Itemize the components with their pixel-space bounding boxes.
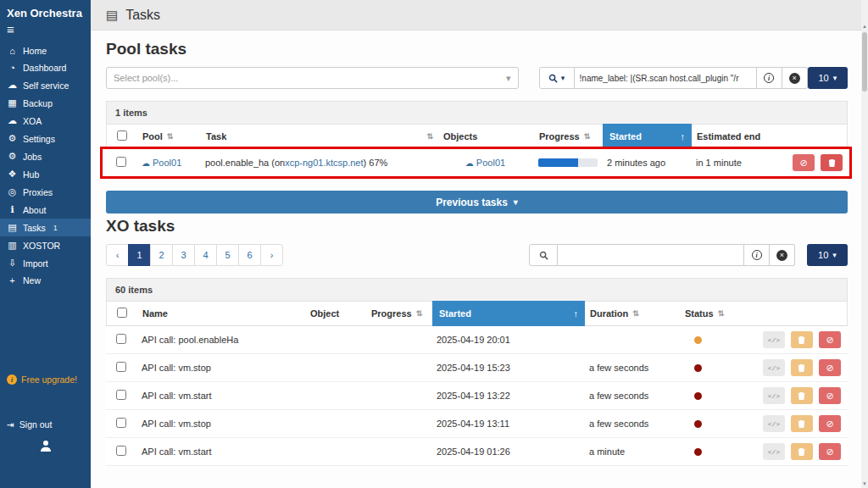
previous-tasks-label: Previous tasks [436, 197, 508, 208]
duration-cell: a few seconds [584, 419, 679, 429]
cancel-task-button[interactable]: ⊘ [819, 387, 841, 404]
column-header-progress[interactable]: Progress ⇅ [534, 131, 603, 141]
xo-tasks-page-size-button[interactable]: 10 ▾ [807, 244, 848, 266]
column-label: Progress [539, 131, 580, 141]
chevron-down-icon: ▾ [561, 74, 565, 82]
pool-tasks-filter-row: Select pool(s)... ▾ ▾ i × 10 ▾ [106, 67, 848, 89]
delete-task-log-button[interactable] [791, 443, 813, 460]
page-size-value: 10 [818, 250, 828, 260]
show-api-call-button[interactable]: </> [763, 359, 785, 376]
sidebar-item-import[interactable]: ⇩ Import [0, 254, 91, 272]
trash-icon [798, 419, 805, 428]
sidebar-item-home[interactable]: ⌂ Home [0, 42, 91, 59]
pagination-next[interactable]: › [260, 244, 283, 266]
pool-link[interactable]: ☁Pool01 [142, 158, 181, 168]
scroll-up-icon[interactable]: ▲ [861, 24, 868, 29]
column-header-started[interactable]: Started ↑ [603, 124, 692, 149]
scroll-down-icon[interactable]: ▼ [861, 481, 868, 486]
column-header-status[interactable]: Status ⇅ [680, 308, 748, 319]
sidebar-item-hub[interactable]: ❖ Hub [0, 165, 91, 183]
sidebar-item-proxies[interactable]: ◎ Proxies [0, 183, 91, 201]
sidebar-item-dashboard[interactable]: ◔ Dashboard [0, 59, 91, 76]
sidebar-item-tasks[interactable]: ▤ Tasks 1 [0, 219, 91, 236]
pagination-page-2[interactable]: 2 [150, 244, 173, 266]
clear-filter-button[interactable]: × [782, 67, 808, 89]
sidebar-item-new[interactable]: + New [0, 272, 91, 289]
search-filter-dropdown-button[interactable]: ▾ [539, 67, 575, 89]
ban-icon: ⊘ [826, 363, 833, 374]
xo-tasks-search-input[interactable] [558, 244, 744, 266]
scrollbar[interactable]: ▲ ▼ [861, 0, 868, 488]
delete-task-log-button[interactable] [791, 415, 813, 432]
actions-cell: </> ⊘ [747, 415, 848, 432]
row-checkbox[interactable] [116, 157, 126, 167]
show-api-call-button[interactable]: </> [763, 415, 785, 432]
sidebar-item-label: Proxies [23, 187, 53, 197]
pool-tasks-header-row: Pool ⇅ Task ⇅ Objects Progress ⇅ Started [106, 124, 848, 149]
column-header-progress[interactable]: Progress ⇅ [366, 308, 432, 319]
cancel-task-button[interactable]: ⊘ [819, 415, 841, 432]
sidebar-item-about[interactable]: ℹ About [0, 201, 91, 219]
free-upgrade-link[interactable]: i Free upgrade! [7, 374, 77, 385]
show-api-call-button[interactable]: </> [763, 331, 785, 348]
column-header-object[interactable]: Object [305, 308, 366, 319]
column-header-started[interactable]: Started ↑ [432, 301, 585, 326]
previous-tasks-button[interactable]: Previous tasks ▾ [106, 191, 848, 214]
sidebar-item-settings[interactable]: ⚙ Settings [0, 130, 91, 147]
row-checkbox[interactable] [116, 334, 126, 344]
sidebar-item-backup[interactable]: ▦ Backup [0, 94, 91, 112]
user-avatar[interactable] [0, 439, 91, 455]
pagination-page-4[interactable]: 4 [194, 244, 217, 266]
pagination-page-3[interactable]: 3 [172, 244, 195, 266]
search-button[interactable] [529, 244, 558, 266]
select-all-checkbox[interactable] [117, 308, 127, 318]
column-label: Started [439, 308, 471, 319]
row-checkbox[interactable] [116, 390, 126, 400]
scrollbar-thumb[interactable] [862, 32, 867, 92]
cancel-task-button[interactable]: ⊘ [819, 443, 841, 460]
column-header-task[interactable]: Task ⇅ [201, 131, 438, 141]
column-header-objects[interactable]: Objects [438, 131, 534, 141]
column-header-pool[interactable]: Pool ⇅ [137, 131, 201, 141]
cancel-task-button[interactable]: ⊘ [819, 359, 841, 376]
select-all-checkbox[interactable] [117, 130, 127, 141]
row-checkbox[interactable] [116, 362, 126, 372]
delete-task-log-button[interactable] [791, 359, 813, 376]
show-api-call-button[interactable]: </> [763, 387, 785, 404]
delete-task-button[interactable] [821, 154, 843, 171]
column-header-duration[interactable]: Duration ⇅ [585, 308, 680, 319]
pagination-prev[interactable]: ‹ [106, 244, 129, 266]
pagination-page-5[interactable]: 5 [216, 244, 239, 266]
object-link[interactable]: ☁Pool01 [465, 158, 505, 168]
search-icon [548, 74, 558, 83]
sidebar-item-jobs[interactable]: ⚙ Jobs [0, 147, 91, 165]
pagination-page-6[interactable]: 6 [238, 244, 261, 266]
cancel-task-button[interactable]: ⊘ [819, 331, 841, 348]
pagination-page-1[interactable]: 1 [128, 244, 151, 266]
menu-toggle-icon[interactable]: ≡ [0, 21, 91, 42]
show-api-call-button[interactable]: </> [763, 443, 785, 460]
sign-out-button[interactable]: ⇥ Sign out [7, 419, 52, 430]
pool-tasks-page-size-button[interactable]: 10 ▾ [808, 67, 848, 89]
delete-task-log-button[interactable] [791, 387, 813, 404]
sort-icon: ⇅ [426, 132, 433, 141]
delete-task-log-button[interactable] [791, 331, 813, 348]
filter-info-button[interactable]: i [757, 67, 782, 89]
host-link[interactable]: xcp-ng01.ktcsp.net [285, 158, 363, 168]
sidebar-item-xoa[interactable]: ☁ XOA [0, 112, 91, 130]
storage-icon: ▥ [7, 240, 18, 251]
row-checkbox[interactable] [116, 446, 126, 456]
filter-info-button[interactable]: i [744, 244, 770, 266]
xo-tasks-header-row: Name Object Progress ⇅ Started ↑ Duratio… [106, 301, 848, 326]
sidebar-item-self-service[interactable]: ☁ Self service [0, 76, 91, 94]
row-checkbox[interactable] [116, 418, 126, 428]
clear-filter-button[interactable]: × [770, 244, 795, 266]
pool-tasks-search-input[interactable] [575, 67, 757, 89]
clear-icon: × [789, 73, 800, 84]
search-icon [539, 251, 548, 260]
pool-select[interactable]: Select pool(s)... ▾ [106, 67, 519, 89]
cancel-task-button[interactable]: ⊘ [793, 154, 815, 171]
column-header-name[interactable]: Name [137, 308, 305, 319]
xo-tasks-filter-row: ‹ 1 2 3 4 5 6 › i × [106, 244, 848, 266]
sidebar-item-xostor[interactable]: ▥ XOSTOR [0, 236, 91, 254]
